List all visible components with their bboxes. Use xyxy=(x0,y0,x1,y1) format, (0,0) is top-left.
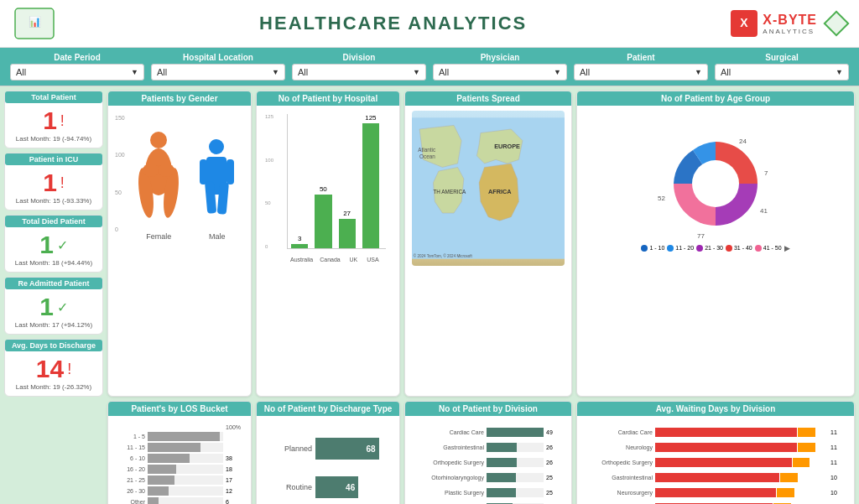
avg-row-ortho: Orthopedic Surgery 11 xyxy=(587,458,844,467)
avg-orange-neurosurg xyxy=(777,488,794,497)
los-row-26-30: 26 - 30 12 xyxy=(118,486,241,496)
y-label-0: 0 xyxy=(115,226,125,232)
legend-21-30-label: 21 - 30 xyxy=(705,245,723,251)
patients-by-gender-title: Patients by Gender xyxy=(108,91,251,106)
div-bar-outer-gastro xyxy=(487,443,544,452)
kpi-total-patient-value: 1 xyxy=(43,107,57,135)
filter-physician-arrow: ▼ xyxy=(554,68,561,76)
filter-surgical-select[interactable]: All ▼ xyxy=(715,64,849,81)
filter-division-value: All xyxy=(298,67,308,77)
svg-text:EUROPE: EUROPE xyxy=(494,143,520,150)
filter-hospital-select[interactable]: All ▼ xyxy=(151,64,285,81)
avg-val-neurology: 11 xyxy=(830,444,844,450)
xlabel-uk: UK xyxy=(347,257,360,262)
legend-11-20: 11 - 20 xyxy=(667,244,694,252)
exclaim-icon-3: ! xyxy=(67,361,71,378)
div-bar-outer-plastic xyxy=(487,488,544,497)
div-label-cardiac: Cardiac Care xyxy=(415,429,484,435)
discharge-label-routine: Routine xyxy=(270,483,312,491)
exclaim-icon-2: ! xyxy=(60,174,65,192)
discharge-val-planned: 68 xyxy=(366,444,375,454)
div-bar-outer-cardiac xyxy=(487,428,544,437)
div-row-gastro: Gastrointestinal 26 xyxy=(415,443,561,452)
filter-hospital-label: Hospital Location xyxy=(151,53,285,62)
male-figure: Male xyxy=(198,138,236,241)
svg-point-4 xyxy=(150,132,167,148)
div-bar-otorhin xyxy=(487,473,516,482)
los-bar-outer-6-10 xyxy=(148,454,223,463)
bar-canada-val: 50 xyxy=(320,185,327,193)
filter-division-select[interactable]: All ▼ xyxy=(292,64,426,81)
kpi-died-value: 1 xyxy=(39,231,54,259)
legend-21-30: 21 - 30 xyxy=(696,244,723,252)
bar-canada-bar xyxy=(315,195,331,248)
avg-label-neurology: Neurology xyxy=(587,444,653,450)
world-map-svg: EUROPE AFRICA Atlantic Ocean TH AMERICA … xyxy=(412,111,565,266)
kpi-died-title: Total Died Patient xyxy=(5,216,102,227)
los-bar-outer-other xyxy=(148,497,223,504)
los-row-16-20: 16 - 20 18 xyxy=(118,465,241,474)
filter-date-select[interactable]: All ▼ xyxy=(10,64,144,81)
kpi-icu-title: Patient in ICU xyxy=(5,153,102,165)
xlabel-canada: Canada xyxy=(320,257,341,262)
legend-41-50: 41 - 50 xyxy=(755,244,782,252)
kpi-icu-sub: Last Month: 15 (-93.33%) xyxy=(12,197,96,205)
filter-physician-select[interactable]: All ▼ xyxy=(433,64,567,81)
kpi-avg-discharge: Avg. Days to Discharge 14 ! Last Month: … xyxy=(4,339,103,397)
brand-sub: ANALYTICS xyxy=(763,28,817,35)
patients-by-age-card: No of Patient by Age Group 24 7 41 xyxy=(576,91,855,397)
los-row-other: Other 6 xyxy=(118,497,241,504)
div-row-ortho: Orthopedic Surgery 26 xyxy=(415,458,561,467)
patients-spread-map: EUROPE AFRICA Atlantic Ocean TH AMERICA … xyxy=(412,111,565,266)
row2: Patient's by LOS Bucket 100% 1 - 5 11 - … xyxy=(4,401,855,504)
filter-surgical-value: All xyxy=(721,67,731,77)
los-max-label: 100% xyxy=(118,424,241,430)
kpi-total-patient: Total Patient 1 ! Last Month: 19 (-94.74… xyxy=(4,91,103,148)
filter-surgical: Surgical All ▼ xyxy=(715,53,849,81)
filter-hospital: Hospital Location All ▼ xyxy=(151,53,285,81)
los-label-26-30: 26 - 30 xyxy=(118,488,145,494)
filter-patient-select[interactable]: All ▼ xyxy=(574,64,708,81)
male-label: Male xyxy=(198,232,236,241)
filter-date-value: All xyxy=(16,67,26,77)
los-bar-11-15 xyxy=(148,443,200,452)
discharge-bar-planned: 68 xyxy=(315,438,379,460)
bar-uk-bar xyxy=(339,219,356,248)
avg-row-neurosurg: Neurosurgery 10 xyxy=(587,488,844,497)
kpi-total-patient-sub: Last Month: 19 (-94.74%) xyxy=(12,135,96,143)
legend-11-20-label: 11 - 20 xyxy=(675,245,694,251)
bar-australia: 3 xyxy=(291,114,308,248)
patients-by-hospital-card: No of Patient by Hospital 3 50 27 xyxy=(256,91,400,397)
svg-text:AFRICA: AFRICA xyxy=(488,188,512,195)
legend-1-10-label: 1 - 10 xyxy=(649,245,664,251)
avg-label-neurosurg: Neurosurgery xyxy=(587,490,653,496)
los-bucket-title: Patient's by LOS Bucket xyxy=(108,402,251,416)
los-bar-6-10 xyxy=(148,454,190,463)
los-bar-21-25 xyxy=(148,475,174,485)
xbyte-logo-icon: X xyxy=(731,10,757,37)
patients-by-age-title: No of Patient by Age Group xyxy=(577,91,854,106)
avg-red-gastro xyxy=(655,473,779,482)
bar-usa: 125 xyxy=(362,114,379,248)
discharge-label-planned: Planned xyxy=(270,444,312,453)
kpi-icu: Patient in ICU 1 ! Last Month: 15 (-93.3… xyxy=(4,153,103,210)
patients-spread-card: Patients Spread EUROPE AFRICA Atl xyxy=(404,91,572,397)
avg-val-neurosurg: 10 xyxy=(830,490,844,496)
svg-text:Atlantic: Atlantic xyxy=(418,147,436,153)
avg-val-ortho: 11 xyxy=(830,460,844,465)
legend-21-30-dot xyxy=(696,245,703,252)
avg-waiting-card: Avg. Waiting Days by Division Cardiac Ca… xyxy=(576,401,855,504)
div-bar-plastic xyxy=(487,488,516,497)
xlabel-usa: USA xyxy=(367,257,379,262)
div-row-otorhin: Otorhinolaryngology 25 xyxy=(415,473,561,482)
avg-bar-cardiac xyxy=(655,428,828,437)
female-icon xyxy=(136,130,182,231)
filter-physician-label: Physician xyxy=(433,53,567,62)
legend-more-arrow[interactable]: ▶ xyxy=(784,244,790,252)
legend-11-20-dot xyxy=(667,245,674,252)
bar-uk-val: 27 xyxy=(343,210,351,217)
div-row-cardiac: Cardiac Care 49 xyxy=(415,428,561,437)
los-row-21-25: 21 - 25 17 xyxy=(118,475,241,485)
los-row-11-15: 11 - 15 xyxy=(118,443,241,452)
los-label-6-10: 6 - 10 xyxy=(118,455,145,461)
